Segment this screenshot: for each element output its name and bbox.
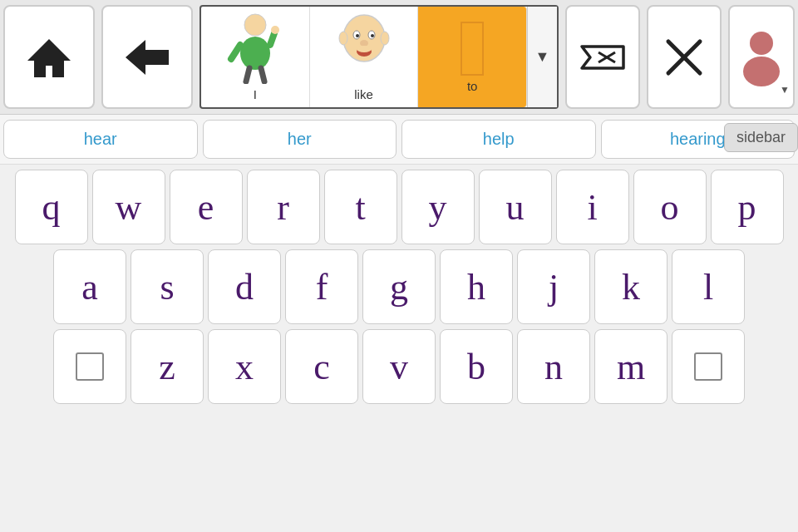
key-a[interactable]: a xyxy=(53,249,126,324)
suggestion-help[interactable]: help xyxy=(401,120,596,159)
svg-point-16 xyxy=(357,46,372,52)
key-j[interactable]: j xyxy=(517,249,590,324)
svg-point-25 xyxy=(743,57,780,86)
word-strip-dropdown[interactable] xyxy=(527,7,557,107)
key-space-left[interactable] xyxy=(53,329,126,404)
chevron-down-icon xyxy=(535,48,550,66)
word-item-I[interactable]: I xyxy=(201,7,310,107)
sign-I-icon xyxy=(226,13,284,84)
key-b[interactable]: b xyxy=(440,329,513,404)
keyboard-row-3: z x c v b n m xyxy=(3,329,795,404)
key-k[interactable]: k xyxy=(594,249,667,324)
key-l[interactable]: l xyxy=(672,249,745,324)
key-s[interactable]: s xyxy=(131,249,204,324)
user-dropdown-arrow-icon: ▼ xyxy=(780,84,790,96)
back-arrow-icon xyxy=(122,37,172,78)
back-button[interactable] xyxy=(101,5,193,109)
word-strip: I like xyxy=(200,5,559,109)
key-m[interactable]: m xyxy=(594,329,667,404)
user-avatar-icon xyxy=(739,28,785,86)
key-delete-right[interactable] xyxy=(672,329,745,404)
key-g[interactable]: g xyxy=(362,249,436,324)
svg-point-18 xyxy=(381,32,389,45)
key-t[interactable]: t xyxy=(324,170,397,244)
svg-line-8 xyxy=(261,68,264,81)
suggestion-hearing[interactable]: hearing xyxy=(601,120,796,159)
key-n[interactable]: n xyxy=(517,329,590,404)
key-c[interactable]: c xyxy=(285,329,358,404)
close-button[interactable] xyxy=(647,5,722,109)
word-item-like[interactable]: like xyxy=(310,7,419,107)
svg-point-17 xyxy=(339,32,347,45)
word-label-to: to xyxy=(467,79,478,93)
svg-marker-19 xyxy=(582,47,623,68)
svg-point-14 xyxy=(360,40,368,47)
svg-rect-26 xyxy=(76,353,103,380)
key-f[interactable]: f xyxy=(285,249,358,324)
svg-point-12 xyxy=(356,34,359,37)
suggestion-hear[interactable]: hear xyxy=(3,120,198,159)
svg-point-6 xyxy=(271,26,279,34)
backspace-icon xyxy=(575,38,630,76)
backspace-button[interactable] xyxy=(565,5,640,109)
home-icon xyxy=(24,32,74,82)
key-e[interactable]: e xyxy=(170,170,243,244)
key-q[interactable]: q xyxy=(15,170,88,244)
close-icon xyxy=(663,37,705,78)
keyboard-row-2: a s d f g h j k l xyxy=(3,249,795,324)
key-w[interactable]: w xyxy=(92,170,165,244)
svg-line-4 xyxy=(231,45,240,59)
suggestions-bar: hear her help hearing xyxy=(0,115,798,165)
svg-point-3 xyxy=(240,37,270,70)
svg-line-7 xyxy=(246,68,249,81)
key-x[interactable]: x xyxy=(208,329,281,404)
svg-point-2 xyxy=(244,14,266,36)
keyboard: q w e r t y u i o p a s d f g h j k l z … xyxy=(0,165,798,409)
svg-marker-0 xyxy=(27,39,71,77)
key-d[interactable]: d xyxy=(208,249,281,324)
key-z[interactable]: z xyxy=(131,329,204,404)
sign-like-icon xyxy=(335,13,393,84)
svg-rect-27 xyxy=(695,353,722,380)
key-p[interactable]: p xyxy=(711,170,784,244)
key-u[interactable]: u xyxy=(479,170,552,244)
suggestion-her[interactable]: her xyxy=(203,120,397,159)
delete-small-icon xyxy=(692,350,725,383)
space-icon xyxy=(73,350,106,383)
key-h[interactable]: h xyxy=(440,249,513,324)
home-button[interactable] xyxy=(3,5,95,109)
user-button[interactable]: ▼ xyxy=(728,5,795,109)
keyboard-row-1: q w e r t y u i o p xyxy=(3,170,795,244)
to-icon xyxy=(461,22,484,76)
key-y[interactable]: y xyxy=(401,170,475,244)
toolbar: I like xyxy=(0,0,798,115)
word-label-I: I xyxy=(254,87,257,101)
svg-line-5 xyxy=(270,33,274,45)
key-v[interactable]: v xyxy=(362,329,436,404)
key-o[interactable]: o xyxy=(633,170,707,244)
key-i[interactable]: i xyxy=(556,170,629,244)
key-r[interactable]: r xyxy=(247,170,320,244)
svg-point-13 xyxy=(371,34,374,37)
svg-marker-1 xyxy=(126,40,169,75)
word-label-like: like xyxy=(354,87,373,101)
svg-point-24 xyxy=(750,32,773,55)
word-item-to[interactable]: to xyxy=(418,7,527,107)
